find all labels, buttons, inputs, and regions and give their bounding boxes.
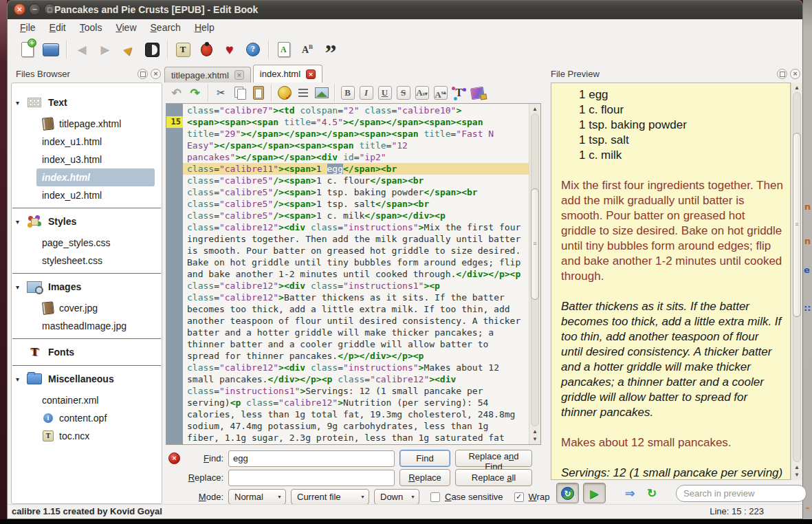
bold-button[interactable]: B [339,85,356,102]
preview-scrollbar[interactable]: ▲ ≡ ▲ ▼ [791,83,802,480]
chevron-down-icon[interactable]: ▾ [16,218,26,226]
beautify-button[interactable] [294,85,311,102]
section-miscellaneous[interactable]: ▾Miscellaneous [12,369,162,389]
code-line[interactable]: is smooth. Pour batter on greased hot gr… [183,245,529,256]
file-item-index_u3.html[interactable]: index_u3.html [36,151,155,168]
code-line[interactable]: class="calibre5"/><span>1 c. flour</span… [183,175,529,186]
code-line[interactable]: becomes too thick, add a little extra mi… [183,303,529,315]
editor-scrollbar[interactable]: ▲ ≡ ▲ ▼ [529,104,540,444]
code-line[interactable]: ingredients together. Then add the milk … [183,233,529,245]
section-images[interactable]: ▾Images [12,277,162,296]
forward-button[interactable]: ▶ [94,39,116,61]
refresh-preview-button[interactable]: ▶ [583,483,606,503]
font-color-button[interactable]: T [450,85,468,102]
code-line[interactable]: batter and a hotter griddle will make th… [183,327,529,338]
replace-and-find-button[interactable]: Replace and Find [455,450,532,467]
float-icon[interactable] [138,69,148,79]
code-line[interactable]: class="calibre12"><div class="instructio… [183,280,529,292]
section-text[interactable]: ▾Text [12,93,162,112]
code-line[interactable]: sodium, 47.4mg potassium, 9g carbohydrat… [183,420,529,432]
close-search-icon[interactable]: × [168,452,180,464]
preview-search-input[interactable] [676,485,806,502]
wrap-checkbox[interactable]: ✓ [514,492,524,502]
code-line[interactable]: <span><span><span title="4.5"></span></s… [183,116,529,128]
code-line[interactable]: class="calibre12"><div class="instructio… [183,221,529,233]
replace-all-button[interactable]: Replace all [455,469,532,486]
undo-button[interactable]: ↶ [168,85,185,102]
file-item-cover.jpg[interactable]: cover.jpg [36,299,155,317]
file-item-index_u1.html[interactable]: index_u1.html [36,133,155,151]
replace-button[interactable]: Replace [399,469,450,486]
file-item-mastheadImage.jpg[interactable]: mastheadImage.jpg [36,317,155,335]
scrollbar-thumb[interactable]: ≡ [793,133,801,317]
menu-tools[interactable]: Tools [73,21,109,34]
code-editor[interactable]: 15 class="calibre7"><td colspan="2" clas… [166,103,541,445]
redo-button[interactable]: ↷ [186,85,204,102]
code-line[interactable]: Easy"></span></span><span><span title="1… [183,140,529,151]
smart-quotes-button[interactable]: ” [320,39,342,61]
scroll-up-icon[interactable]: ▲ [791,85,802,91]
sync-position-button[interactable]: ⇒ [621,484,639,502]
titlebar[interactable]: × − ◻ Pancakes and Pie Crusts [EPUB] - E… [8,0,802,19]
menu-edit[interactable]: Edit [43,21,73,34]
chevron-down-icon[interactable]: ▾ [16,375,26,383]
tab-index.html[interactable]: index.html× [253,65,322,83]
tab-close-icon[interactable]: × [306,69,316,79]
file-item-index_u2.html[interactable]: index_u2.html [36,186,155,204]
menu-view[interactable]: View [109,21,143,34]
background-color-button[interactable] [469,85,486,102]
code-line[interactable]: class="instructions1">Servings: 12 (1 sm… [183,385,529,397]
section-fonts[interactable]: TFonts [12,342,162,362]
bug-report-button[interactable] [195,39,217,61]
subscript-button[interactable]: As▾ [413,85,430,102]
code-area[interactable]: class="calibre7"><td colspan="2" class="… [183,104,529,444]
window-minimize-button[interactable]: − [29,3,41,15]
file-item-toc.ncx[interactable]: Ttoc.ncx [36,427,155,445]
file-item-stylesheet.css[interactable]: stylesheet.css [36,252,155,270]
save-book-button[interactable] [40,39,62,61]
help-button[interactable]: ? [242,39,264,61]
code-line[interactable]: class="calibre11"><span>1 egg</span><br [183,163,529,175]
new-file-button[interactable]: + [17,39,39,61]
close-icon[interactable]: × [151,69,161,79]
scrollbar-thumb[interactable]: ≡ [531,188,539,300]
close-icon[interactable]: × [790,69,800,79]
spellcheck-button[interactable]: A [273,39,295,61]
scroll-down-icon[interactable]: ▼ [529,436,540,442]
code-line[interactable]: and bake another 1-2 minutes until cooke… [183,268,529,280]
code-line[interactable]: Bake on hot griddle until tiny bubbles f… [183,256,529,268]
scroll-up-icon[interactable]: ▲ [529,106,540,112]
code-line[interactable]: pancakes"></span></span><div id="ip2" [183,151,529,163]
underline-button[interactable]: U [376,85,393,102]
code-line[interactable]: class="calibre7"><td colspan="2" class="… [183,105,529,116]
chevron-down-icon[interactable]: ▾ [16,99,26,107]
pin-button[interactable]: ▶ [118,39,140,61]
code-line[interactable]: class="calibre5"/><span>1 tsp. salt</spa… [183,198,529,210]
auto-reload-preview-button[interactable]: ↻ [556,483,579,503]
scope-select[interactable]: Current file▼ [291,489,369,505]
font-tile-button[interactable]: T [172,39,194,61]
code-line[interactable]: thinner batter and a cooler griddle will… [183,338,529,350]
tab-close-icon[interactable]: × [234,70,244,80]
menu-file[interactable]: File [13,21,43,34]
code-line[interactable]: another teaspoon of flour until desired … [183,315,529,327]
code-line[interactable]: class="calibre5"/><span>1 tsp. baking po… [183,186,529,198]
find-input[interactable] [228,450,395,467]
tab-titlepage.xhtml[interactable]: titlepage.xhtml× [164,67,251,83]
file-item-page_styles.css[interactable]: page_styles.css [36,234,155,252]
reload-preview-button[interactable]: ↻ [643,484,661,502]
section-styles[interactable]: ▾Styles [12,212,162,231]
file-item-container.xml[interactable]: container.xml [36,391,155,409]
mode-select[interactable]: Normal▼ [228,489,286,505]
menu-search[interactable]: Search [144,21,188,34]
file-item-titlepage.xhtml[interactable]: titlepage.xhtml [36,115,155,133]
back-button[interactable]: ◀ [71,39,93,61]
menu-help[interactable]: Help [188,21,221,34]
case-sensitive-label[interactable]: Case sensitive [445,492,503,502]
scroll-up-icon[interactable]: ▲ [529,428,540,435]
code-line[interactable]: fiber, 1.1g sugar, 2.3g protein, less th… [183,432,529,444]
copy-button[interactable] [231,85,248,102]
code-line[interactable]: class="calibre12"><div class="instructio… [183,362,529,373]
float-icon[interactable] [777,69,787,79]
italic-button[interactable]: I [358,85,375,102]
